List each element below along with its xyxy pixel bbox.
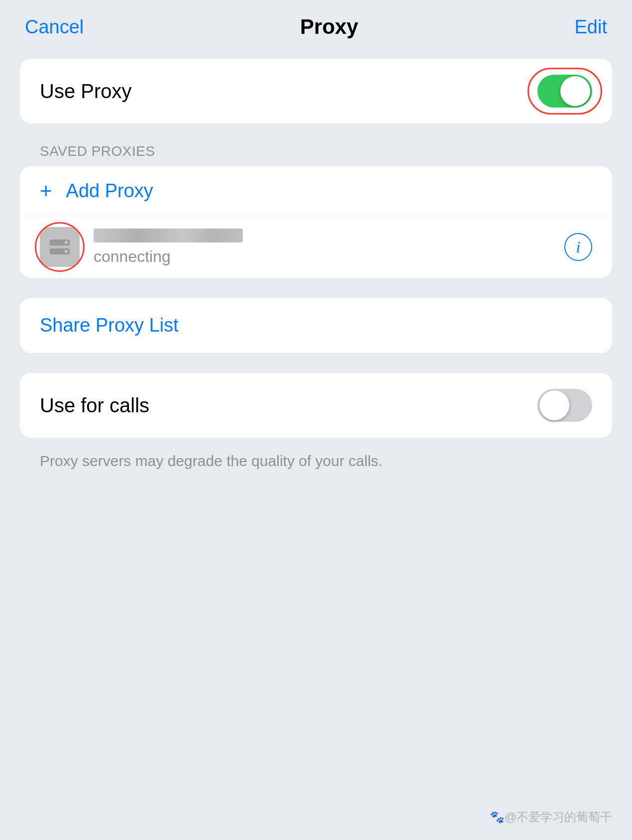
- edit-button[interactable]: Edit: [575, 16, 607, 38]
- saved-proxies-card: + Add Proxy connecting: [20, 166, 612, 278]
- use-for-calls-card: Use for calls: [20, 373, 612, 438]
- add-icon: +: [40, 181, 52, 202]
- add-proxy-row[interactable]: + Add Proxy: [20, 166, 612, 216]
- use-proxy-card: Use Proxy: [20, 59, 612, 123]
- use-calls-toggle[interactable]: [537, 389, 592, 422]
- svg-point-2: [65, 241, 68, 244]
- proxy-entry-row[interactable]: connecting i: [20, 216, 612, 278]
- proxy-status: connecting: [94, 247, 171, 265]
- page-title: Proxy: [300, 15, 358, 39]
- proxy-icon: [40, 227, 80, 267]
- proxy-info: connecting: [94, 229, 564, 266]
- proxy-icon-wrapper: [40, 227, 80, 267]
- use-proxy-row: Use Proxy: [20, 59, 612, 123]
- use-proxy-label: Use Proxy: [40, 80, 132, 103]
- cancel-button[interactable]: Cancel: [25, 16, 84, 38]
- watermark: 🐾@不爱学习的葡萄干: [490, 809, 612, 825]
- share-proxy-label: Share Proxy List: [40, 315, 179, 336]
- calls-note: Proxy servers may degrade the quality of…: [20, 453, 612, 475]
- use-proxy-toggle[interactable]: [537, 75, 592, 108]
- nav-bar: Cancel Proxy Edit: [0, 0, 632, 49]
- use-calls-label: Use for calls: [40, 394, 149, 417]
- content-area: Use Proxy SAVED PROXIES + Add Proxy: [0, 49, 632, 484]
- svg-point-3: [65, 250, 68, 253]
- add-proxy-label: Add Proxy: [66, 180, 153, 202]
- info-icon: i: [576, 238, 581, 256]
- proxy-name-blurred: [94, 229, 243, 242]
- saved-proxies-header: SAVED PROXIES: [20, 143, 612, 166]
- share-proxy-row[interactable]: Share Proxy List: [20, 298, 612, 353]
- proxy-server-icon: [47, 235, 72, 259]
- use-proxy-toggle-wrapper: [537, 75, 592, 108]
- share-proxy-card: Share Proxy List: [20, 298, 612, 353]
- use-calls-row: Use for calls: [20, 373, 612, 438]
- proxy-info-button[interactable]: i: [564, 233, 592, 261]
